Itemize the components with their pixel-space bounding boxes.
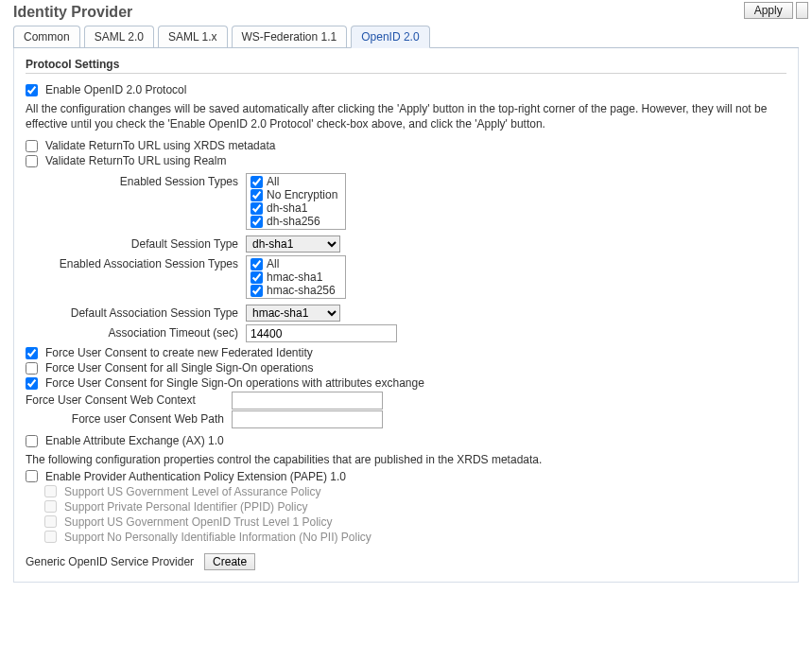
xrds-note: The following configuration properties c…	[26, 453, 786, 468]
force-consent-attr-label: Force User Consent for Single Sign-On op…	[45, 376, 424, 390]
default-assoc-type-select[interactable]: hmac-sha1	[246, 305, 340, 322]
default-assoc-type-label: Default Association Session Type	[26, 305, 246, 320]
consent-web-path-label: Force user Consent Web Path	[26, 410, 232, 426]
force-consent-new-checkbox[interactable]	[26, 347, 38, 359]
section-title: Protocol Settings	[26, 58, 786, 74]
enabled-session-types-list[interactable]: All No Encryption dh-sha1 dh-sha256	[246, 173, 346, 230]
config-note: All the configuration changes will be sa…	[26, 102, 786, 131]
pape-option-0-label: Support US Government Level of Assurance…	[64, 485, 320, 498]
consent-web-context-label: Force User Consent Web Context	[26, 392, 232, 407]
pape-option-2-label: Support US Government OpenID Trust Level…	[64, 515, 332, 529]
enable-ax-label: Enable Attribute Exchange (AX) 1.0	[45, 434, 224, 447]
enabled-session-types-label: Enabled Session Types	[26, 173, 246, 188]
enabled-assoc-types-list[interactable]: All hmac-sha1 hmac-sha256	[246, 255, 346, 299]
panel-openid20: Protocol Settings Enable OpenID 2.0 Prot…	[13, 48, 799, 583]
pape-option-3-checkbox	[44, 531, 57, 543]
tab-wsfed[interactable]: WS-Federation 1.1	[232, 26, 348, 47]
tab-saml1x[interactable]: SAML 1.x	[158, 26, 228, 47]
tab-common[interactable]: Common	[13, 26, 80, 47]
assoc-type-hmacsha256[interactable]	[251, 285, 263, 297]
pape-option-1-label: Support Private Personal Identifier (PPI…	[64, 500, 307, 514]
assoc-type-all[interactable]	[251, 258, 263, 270]
assoc-timeout-input[interactable]	[246, 324, 397, 342]
assoc-timeout-label: Association Timeout (sec)	[26, 324, 246, 340]
enable-protocol-label: Enable OpenID 2.0 Protocol	[45, 83, 186, 96]
apply-button[interactable]: Apply	[744, 2, 793, 19]
enabled-assoc-types-label: Enabled Association Session Types	[26, 255, 246, 270]
enable-protocol-checkbox[interactable]	[26, 84, 38, 96]
enable-pape-checkbox[interactable]	[26, 470, 38, 482]
assoc-type-hmacsha1[interactable]	[251, 271, 263, 284]
validate-realm-label: Validate ReturnTo URL using Realm	[45, 154, 226, 167]
consent-web-path-input[interactable]	[232, 410, 383, 428]
consent-web-context-input[interactable]	[232, 392, 383, 410]
secondary-button[interactable]	[796, 2, 808, 19]
pape-option-2-checkbox	[44, 515, 57, 528]
session-type-all[interactable]	[251, 176, 263, 188]
page-title: Identity Provider	[13, 2, 132, 21]
force-consent-all-label: Force User Consent for all Single Sign-O…	[45, 361, 313, 375]
force-consent-all-checkbox[interactable]	[26, 362, 38, 375]
pape-option-0-checkbox	[44, 485, 57, 497]
enable-ax-checkbox[interactable]	[26, 435, 38, 447]
tab-openid20[interactable]: OpenID 2.0	[351, 26, 429, 48]
force-consent-new-label: Force User Consent to create new Federat…	[45, 346, 313, 359]
tab-bar: Common SAML 2.0 SAML 1.x WS-Federation 1…	[13, 25, 799, 48]
generic-provider-label: Generic OpenID Service Provider	[26, 555, 194, 568]
enable-pape-label: Enable Provider Authentication Policy Ex…	[45, 470, 346, 483]
pape-option-1-checkbox	[44, 500, 57, 513]
default-session-type-label: Default Session Type	[26, 235, 246, 251]
create-button[interactable]: Create	[204, 553, 255, 570]
default-session-type-select[interactable]: dh-sha1	[246, 235, 340, 253]
pape-option-3-label: Support No Personally Identifiable Infor…	[64, 531, 371, 544]
validate-xrds-checkbox[interactable]	[26, 140, 38, 152]
session-type-dhsha1[interactable]	[251, 202, 263, 215]
validate-xrds-label: Validate ReturnTo URL using XRDS metadat…	[45, 139, 275, 152]
tab-saml20[interactable]: SAML 2.0	[84, 26, 154, 47]
session-type-noenc[interactable]	[251, 189, 263, 201]
force-consent-attr-checkbox[interactable]	[26, 377, 38, 390]
session-type-dhsha256[interactable]	[251, 216, 263, 228]
validate-realm-checkbox[interactable]	[26, 155, 38, 167]
